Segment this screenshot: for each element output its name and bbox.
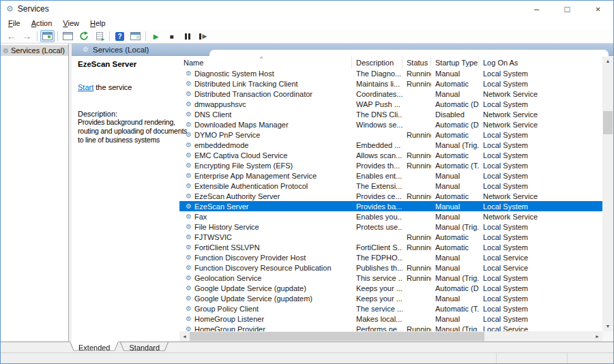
menu-view[interactable]: View: [57, 18, 85, 29]
refresh-icon: [79, 31, 89, 41]
horizontal-scrollbar-thumb[interactable]: [190, 332, 484, 341]
vertical-scrollbar[interactable]: ▲ ▼: [602, 56, 613, 331]
service-description-cell: Protects use...: [352, 223, 403, 231]
horizontal-scrollbar[interactable]: ◄ ►: [179, 331, 602, 342]
service-row[interactable]: ⚙FJTWSVICRunningAutomaticLocal System: [179, 232, 602, 242]
service-row[interactable]: ⚙embeddedmodeEmbedded ...Manual (Trig...…: [179, 140, 602, 150]
service-row[interactable]: ⚙Distributed Link Tracking ClientMaintai…: [179, 78, 602, 89]
show-action-pane-button[interactable]: [128, 30, 143, 42]
service-row[interactable]: ⚙Function Discovery Provider HostThe FDP…: [179, 252, 602, 262]
service-name-text: EMC Captiva Cloud Service: [194, 151, 287, 160]
menu-file[interactable]: File: [3, 18, 26, 29]
column-header-name[interactable]: Name: [179, 56, 352, 68]
service-row[interactable]: ⚙FortiClient SSLVPNFortiClient S...Runni…: [179, 242, 602, 252]
minimize-button[interactable]: –: [521, 1, 552, 17]
column-header-description[interactable]: Description: [352, 56, 403, 68]
close-button[interactable]: ×: [583, 1, 613, 17]
service-row[interactable]: ⚙DNS ClientThe DNS Cli...DisabledNetwork…: [179, 109, 602, 119]
service-gear-icon: ⚙: [186, 172, 192, 179]
service-row[interactable]: ⚙Function Discovery Resource Publication…: [179, 262, 602, 273]
service-row[interactable]: ⚙DYMO PnP ServiceRunningAutomaticLocal S…: [179, 130, 602, 140]
service-gear-icon: ⚙: [186, 254, 192, 261]
service-description-cell: Maintains li...: [352, 80, 403, 88]
tab-extended[interactable]: Extended: [70, 342, 119, 352]
service-gear-icon: ⚙: [186, 315, 192, 322]
column-header-startup-type[interactable]: Startup Type: [431, 56, 479, 68]
forward-button[interactable]: →: [20, 30, 34, 42]
service-row[interactable]: ⚙Extensible Authentication ProtocolThe E…: [179, 181, 602, 191]
column-header-status[interactable]: Status: [403, 56, 431, 68]
start-service-button[interactable]: ▶: [149, 30, 163, 42]
scroll-up-icon[interactable]: ▲: [602, 56, 613, 66]
service-status-cell: Running: [403, 162, 431, 170]
description-line: Provides background rendering,: [78, 118, 179, 127]
service-row[interactable]: ⚙dmwappushsvcWAP Push ...Automatic (D...…: [179, 99, 602, 109]
service-logon-cell: Local System: [479, 233, 602, 241]
service-row[interactable]: ⚙Google Update Service (gupdatem)Keeps y…: [179, 293, 602, 303]
scroll-down-icon[interactable]: ▼: [602, 321, 613, 331]
service-startup-type-cell: Automatic (D...: [431, 284, 479, 292]
service-description-cell: WAP Push ...: [352, 100, 403, 108]
restart-service-button[interactable]: ▶: [196, 30, 210, 42]
service-row[interactable]: ⚙File History ServiceProtects use...Manu…: [179, 222, 602, 232]
service-description-cell: Performs ne...: [352, 325, 403, 332]
service-row[interactable]: ⚙Encrypting File System (EFS)Provides th…: [179, 160, 602, 170]
service-row[interactable]: ⚙Group Policy ClientThe service ...Autom…: [179, 303, 602, 314]
service-name-text: Downloaded Maps Manager: [194, 121, 289, 129]
service-row[interactable]: ⚙Diagnostic System HostThe Diagno...Runn…: [179, 68, 602, 78]
refresh-button[interactable]: [76, 30, 91, 42]
service-description-cell: Enables ent...: [352, 172, 403, 180]
back-icon: ←: [7, 31, 16, 41]
show-console-tree-button[interactable]: [40, 30, 55, 42]
service-name-text: DYMO PnP Service: [194, 131, 260, 139]
service-row[interactable]: ⚙HomeGroup ListenerMakes local...ManualL…: [179, 314, 602, 324]
back-button[interactable]: ←: [4, 30, 18, 42]
service-name-cell: ⚙Group Policy Client: [179, 305, 352, 313]
scroll-right-icon[interactable]: ►: [592, 331, 602, 342]
service-logon-cell: Local System: [479, 70, 602, 78]
service-name-text: Distributed Transaction Coordinator: [194, 90, 312, 98]
service-gear-icon: ⚙: [186, 192, 192, 200]
scroll-left-icon[interactable]: ◄: [179, 331, 190, 342]
service-name-cell: ⚙DNS Client: [179, 110, 352, 119]
service-row[interactable]: ⚙Distributed Transaction CoordinatorCoor…: [179, 89, 602, 99]
service-name-cell: ⚙EzeScan Authority Server: [179, 192, 352, 200]
service-status-cell: Running: [403, 70, 431, 78]
service-description-cell: The Extensi...: [352, 182, 403, 190]
service-status-cell: Running: [403, 151, 431, 160]
column-header-log-on-as[interactable]: Log On As: [479, 56, 602, 68]
menu-help[interactable]: Help: [85, 18, 111, 29]
service-row[interactable]: ⚙Enterprise App Management ServiceEnable…: [179, 170, 602, 181]
export-list-button[interactable]: [92, 30, 106, 42]
service-logon-cell: Local System: [479, 243, 602, 252]
toolbar: ← → ? ▶ ■ ▶: [1, 29, 613, 44]
service-row[interactable]: ⚙HomeGroup ProviderPerforms ne...Running…: [179, 324, 602, 331]
tab-standard[interactable]: Standard: [120, 342, 169, 352]
pause-service-button[interactable]: [180, 30, 194, 42]
properties-button[interactable]: [61, 30, 75, 42]
service-startup-type-cell: Manual: [431, 254, 479, 262]
service-description-cell: Enables you...: [352, 213, 403, 221]
service-gear-icon: ⚙: [186, 274, 192, 282]
service-row[interactable]: ⚙EMC Captiva Cloud ServiceAllows scan...…: [179, 150, 602, 160]
start-service-link[interactable]: Start: [78, 83, 93, 91]
service-gear-icon: ⚙: [186, 294, 192, 302]
service-startup-type-cell: Manual (Trig...: [431, 325, 479, 332]
tree-item-label: Services (Local): [11, 46, 65, 55]
help-button[interactable]: ?: [113, 30, 127, 42]
menu-action[interactable]: Action: [26, 18, 58, 29]
tree-gear-icon: ⚙: [3, 47, 9, 55]
service-row[interactable]: ⚙Geolocation ServiceThis service ...Runn…: [179, 273, 602, 283]
maximize-button[interactable]: □: [552, 1, 583, 17]
service-name-text: Enterprise App Management Service: [194, 172, 317, 180]
stop-service-button[interactable]: ■: [164, 30, 179, 42]
service-row[interactable]: ⚙EzeScan Authority ServerProvides ce...R…: [179, 191, 602, 201]
service-row[interactable]: ⚙Google Update Service (gupdate)Keeps yo…: [179, 283, 602, 293]
tree-item-services-local[interactable]: ⚙ Services (Local): [1, 45, 68, 56]
service-logon-cell: Local System: [479, 182, 602, 190]
service-row[interactable]: ⚙Downloaded Maps ManagerWindows se...Aut…: [179, 119, 602, 130]
vertical-scrollbar-thumb[interactable]: [603, 111, 613, 134]
service-row[interactable]: ⚙EzeScan ServerProvides ba...ManualLocal…: [179, 201, 602, 211]
service-row[interactable]: ⚙FaxEnables you...ManualNetwork Service: [179, 211, 602, 222]
service-status-cell: Running: [403, 233, 431, 241]
